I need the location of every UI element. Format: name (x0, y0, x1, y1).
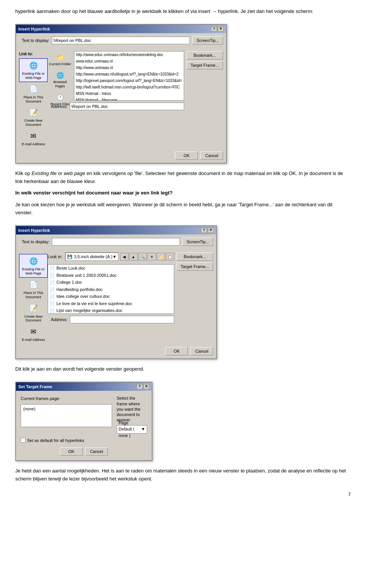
set-target-frame-dialog: Set Target Frame ? ✕ Current frames page… (15, 382, 152, 461)
list-item[interactable]: http://www.unimaas.nl (74, 64, 184, 71)
sidebar-existing[interactable]: 🌐 Existing File or Web Page (19, 58, 48, 82)
d2-sidebar-email[interactable]: ✉ E-mail Address (19, 325, 48, 344)
dialog1-target-frame-btn[interactable]: Target Frame... (186, 61, 223, 69)
dialog1-text-display-label: Text to display: (19, 37, 50, 44)
dialog2-text-display-input[interactable] (52, 238, 180, 246)
dialog2-screentip-btn[interactable]: ScreenTip... (182, 238, 213, 246)
dialog2-titlebar-buttons: ? ✕ (201, 228, 214, 233)
d2-new-icon: 📝 (28, 303, 39, 314)
dialog1-cancel-btn[interactable]: Cancel (200, 151, 223, 160)
sidebar-email[interactable]: ✉ E-mail Address (19, 129, 48, 148)
dialog3-page-default-select[interactable]: Page Default ( none ) ▼ (117, 425, 147, 434)
list-item[interactable]: 📄 Blokboek unit 1 2003-20051.doc (48, 272, 174, 279)
dialog2-main-content: Look in: 💾 3,5-inch diskette (A:) ▼ ◀ ▲ … (48, 252, 174, 344)
list-item[interactable]: 📄 Lijst van mogelijke organisaties.doc (48, 307, 174, 314)
list-item[interactable]: http://loginnet.passport.com/logout.srf?… (74, 77, 184, 84)
list-item[interactable]: MSN Hotmail - Inbox (74, 90, 184, 97)
dialog3-none-item[interactable]: (none) (22, 405, 111, 413)
dialog2-body: Text to display: ScreenTip... 🌐 Existing… (16, 235, 216, 358)
dialog2-link-panel: 🌐 Existing File or Web Page 📄 Place in T… (19, 252, 213, 344)
current-folder-btn[interactable]: 📁 Current Folder (48, 51, 72, 68)
dialog1-ok-btn[interactable]: OK (175, 151, 198, 160)
list-item[interactable]: http://www.unimaas.nl/uitlogout.srf?_lan… (74, 71, 184, 77)
text-2: Klik op Existing file or web page en kli… (15, 170, 351, 186)
list-item[interactable]: http://lw8.law8.hotmail.msn.com/cgi-bin/… (74, 84, 184, 90)
dialog1-text-display-input[interactable] (52, 37, 190, 44)
list-item[interactable]: 📄 Beste Luuk.doc (48, 265, 174, 272)
list-item[interactable]: http://www.educ.unimaas.nl/links/sessiei… (74, 51, 184, 58)
list-item[interactable]: MSN Hotmail - Message (74, 97, 184, 101)
dialog1-file-list[interactable]: http://www.educ.unimaas.nl/links/sessiei… (74, 51, 184, 101)
dialog1-titlebar: Insert Hyperlink ? ✕ (16, 25, 226, 34)
dialog3-title: Set Target Frame (18, 384, 52, 390)
d2-existing-icon: 🌐 (28, 256, 39, 267)
list-item[interactable]: 📄 Le livre de la vie est le livre suprêm… (48, 300, 174, 307)
sidebar-new[interactable]: 📝 Create New Document (19, 105, 48, 129)
dialog1-address-input[interactable] (70, 103, 184, 110)
dialog2-text-display-row: Text to display: ScreenTip... (19, 238, 213, 246)
dialog3-dropdown-arrow: ▼ (141, 426, 145, 432)
list-item[interactable]: www.educ.unimaas.nl (74, 58, 184, 64)
sidebar-existing-label: Existing File or Web Page (20, 72, 47, 80)
dialog2-link-sidebar: 🌐 Existing File or Web Page 📄 Place in T… (19, 252, 48, 344)
dialog3-help-btn[interactable]: ? (136, 384, 143, 389)
dialog1-screentip-btn[interactable]: ScreenTip... (192, 36, 223, 45)
dialog3-close-btn[interactable]: ✕ (143, 384, 149, 389)
dialog2-titlebar: Insert Hyperlink ? ✕ (16, 226, 216, 235)
dialog1-link-panel: Link to: 🌐 Existing File or Web Page 📄 P… (19, 51, 223, 148)
toolbar-search-btn[interactable]: 🔍 (138, 253, 147, 260)
folder-icon: 📁 (56, 53, 64, 62)
dialog1-close-btn[interactable]: ✕ (218, 26, 224, 32)
dialog3-cancel-btn[interactable]: Cancel (85, 447, 108, 456)
list-item[interactable]: 📄 College 1.doc (48, 279, 174, 286)
dialog2-file-list[interactable]: 📄 Beste Luuk.doc 📄 Blokboek unit 1 2003-… (48, 264, 174, 314)
dialog1-address-label: Address: (48, 103, 67, 110)
text-2-italic: Existing file or web page (32, 170, 85, 176)
insert-hyperlink-dialog-1: Insert Hyperlink ? ✕ Text to display: Sc… (15, 24, 227, 164)
dialog3-frames-list[interactable]: (none) (21, 404, 112, 427)
list-item[interactable]: 📄 Idee college over cultuur.doc (48, 293, 174, 300)
toolbar-delete-btn[interactable]: ✕ (148, 253, 156, 260)
dialog1-action-buttons: OK Cancel (19, 151, 223, 160)
dialog1-main-content: 📁 Current Folder 🌐 Browsed Pages 🕐 Recen… (48, 51, 184, 148)
dialog2-ok-btn[interactable]: OK (165, 347, 188, 355)
dialog2-action-buttons: OK Cancel (19, 347, 213, 355)
dialog3-page-default-value: Page Default ( none ) (119, 420, 141, 439)
d2-sidebar-new[interactable]: 📝 Create New Document (19, 301, 48, 325)
toolbar-new-folder-btn[interactable]: 📁 (157, 253, 165, 260)
dialog3-set-default-checkbox[interactable] (21, 438, 26, 443)
dialog2-look-in-select[interactable]: 💾 3,5-inch diskette (A:) ▼ (65, 252, 119, 261)
intro-text: hyperlink aanmaken door op het blauwe aa… (15, 8, 351, 16)
dialog2-close-btn[interactable]: ✕ (208, 228, 214, 233)
doc-icon: 📄 (50, 307, 55, 314)
browsed-pages-btn[interactable]: 🌐 Browsed Pages (48, 69, 72, 90)
toolbar-views-btn[interactable]: 📋 (166, 253, 174, 260)
toolbar-up-btn[interactable]: ▲ (129, 253, 138, 260)
dialog1-bookmark-btn[interactable]: Bookmark... (186, 51, 223, 59)
place-icon: 📄 (28, 84, 39, 95)
new-icon: 📝 (28, 107, 39, 118)
sidebar-place-label: Place in This Document (20, 95, 47, 104)
dialog3-select-label: Select the frame where you want the docu… (117, 395, 147, 423)
dialog2-help-btn[interactable]: ? (201, 228, 207, 233)
d2-sidebar-existing[interactable]: 🌐 Existing File or Web Page (19, 254, 48, 278)
dialog3-current-frames-label: Current frames page: (21, 395, 112, 402)
dialog1-address-row: Address: (48, 103, 184, 110)
dialog1-titlebar-buttons: ? ✕ (211, 26, 224, 32)
dialog2-cancel-btn[interactable]: Cancel (190, 347, 213, 355)
dialog3-titlebar: Set Target Frame ? ✕ (16, 382, 152, 391)
sidebar-place[interactable]: 📄 Place in This Document (19, 82, 48, 106)
d2-sidebar-place[interactable]: 📄 Place in This Document (19, 278, 48, 301)
dialog2-bookmark-btn[interactable]: Bookmark... (177, 252, 214, 261)
doc-icon: 📄 (50, 286, 55, 293)
d2-sidebar-new-label: Create New Document (20, 315, 47, 323)
dialog3-ok-btn[interactable]: OK (60, 447, 83, 456)
dialog2-target-frame-btn[interactable]: Target Frame... (177, 262, 214, 271)
dialog1-help-btn[interactable]: ? (211, 26, 217, 32)
dialog3-titlebar-buttons: ? ✕ (136, 384, 149, 389)
dialog3-left: Current frames page: (none) (21, 395, 112, 433)
list-item[interactable]: 📄 Handleiding portfolio.doc (48, 286, 174, 293)
doc-icon: 📄 (50, 265, 55, 272)
dialog2-address-input[interactable] (70, 316, 174, 323)
toolbar-back-btn[interactable]: ◀ (120, 253, 128, 260)
